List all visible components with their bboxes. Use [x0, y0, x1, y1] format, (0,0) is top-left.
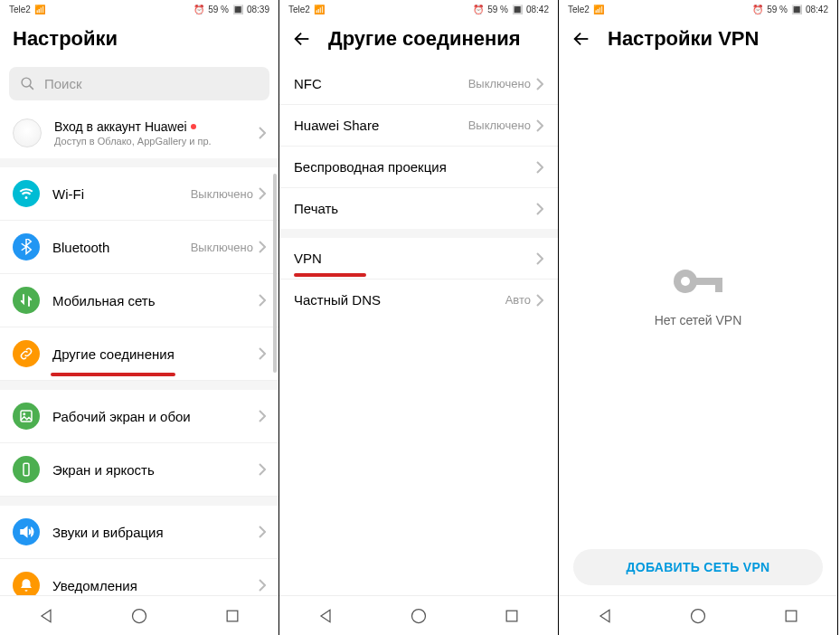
row-print[interactable]: Печать [279, 188, 558, 229]
svg-rect-2 [21, 411, 32, 422]
svg-marker-5 [42, 610, 51, 621]
carrier-label: Tele2 [568, 5, 590, 14]
navigation-bar [279, 595, 558, 635]
empty-message: Нет сетей VPN [655, 313, 742, 327]
bluetooth-icon [13, 233, 40, 261]
signal-icon: 📶 [314, 5, 325, 14]
svg-point-14 [681, 277, 690, 286]
vpn-key-icon [671, 262, 725, 300]
highlight-underline [51, 373, 175, 376]
sound-icon [13, 518, 40, 545]
row-huawei-share[interactable]: Huawei Share Выключено [279, 105, 558, 147]
header: Настройки [0, 18, 278, 63]
chevron-right-icon [259, 463, 266, 476]
home-nav-icon[interactable] [689, 607, 707, 625]
recent-nav-icon[interactable] [223, 607, 241, 625]
chevron-right-icon [259, 294, 266, 307]
clock-label: 08:39 [247, 5, 269, 14]
screen-other-connections: Tele2📶 ⏰59 %🔳08:42 Другие соединения NFC… [279, 0, 559, 635]
account-subtitle: Доступ в Облако, AppGallery и пр. [54, 136, 246, 147]
search-input[interactable]: Поиск [9, 67, 269, 100]
home-nav-icon[interactable] [410, 607, 428, 625]
screen-vpn-settings: Tele2📶 ⏰59 %🔳08:42 Настройки VPN Нет сет… [559, 0, 838, 635]
battery-label: 59 % [767, 5, 788, 14]
carrier-label: Tele2 [288, 5, 310, 14]
account-row[interactable]: Вход в аккаунт Huawei Доступ в Облако, A… [0, 109, 278, 158]
row-mobile[interactable]: Мобильная сеть [0, 274, 278, 327]
svg-point-3 [23, 412, 25, 415]
alarm-icon: ⏰ [473, 5, 484, 14]
back-arrow-icon[interactable] [292, 29, 312, 49]
back-arrow-icon[interactable] [571, 29, 591, 49]
row-wifi[interactable]: Wi-Fi Выключено [0, 167, 278, 221]
row-home-screen[interactable]: Рабочий экран и обои [0, 390, 278, 443]
wifi-icon [13, 180, 40, 207]
svg-rect-7 [227, 611, 238, 621]
scrollbar-thumb[interactable] [273, 174, 277, 373]
battery-label: 59 % [487, 5, 508, 14]
battery-icon: 🔳 [512, 5, 523, 14]
wallpaper-icon [13, 403, 40, 430]
back-nav-icon[interactable] [596, 607, 614, 625]
row-label: Huawei Share [294, 118, 468, 133]
alarm-icon: ⏰ [752, 5, 763, 14]
chevron-right-icon [536, 294, 543, 307]
navigation-bar [559, 595, 837, 635]
chevron-right-icon [259, 347, 266, 360]
svg-marker-17 [600, 610, 609, 621]
recent-nav-icon[interactable] [503, 607, 521, 625]
add-vpn-button[interactable]: ДОБАВИТЬ СЕТЬ VPN [573, 549, 823, 585]
chevron-right-icon [536, 252, 543, 265]
row-label: NFC [294, 76, 468, 91]
row-label: Экран и яркость [52, 462, 259, 478]
back-nav-icon[interactable] [37, 607, 55, 625]
status-bar: Tele2📶 ⏰59 %🔳08:42 [279, 0, 558, 18]
section-divider [279, 229, 558, 238]
status-bar: Tele2📶 ⏰59 %🔳08:39 [0, 0, 278, 18]
row-value: Выключено [191, 241, 253, 254]
row-label: Звуки и вибрация [52, 525, 259, 540]
row-display[interactable]: Экран и яркость [0, 443, 278, 497]
row-value: Выключено [468, 77, 531, 90]
link-icon [13, 340, 40, 367]
alarm-icon: ⏰ [193, 5, 204, 14]
account-title: Вход в аккаунт Huawei [54, 119, 246, 134]
clock-label: 08:42 [526, 5, 549, 14]
status-bar: Tele2📶 ⏰59 %🔳08:42 [559, 0, 837, 18]
row-bluetooth[interactable]: Bluetooth Выключено [0, 221, 278, 274]
svg-point-18 [691, 609, 704, 622]
svg-point-0 [22, 78, 31, 87]
row-label: VPN [294, 251, 536, 266]
row-label: Wi-Fi [52, 186, 191, 202]
section-divider [0, 497, 278, 506]
page-title: Другие соединения [328, 27, 521, 51]
svg-line-1 [30, 86, 33, 90]
row-nfc[interactable]: NFC Выключено [279, 63, 558, 105]
row-private-dns[interactable]: Частный DNS Авто [279, 280, 558, 320]
search-placeholder: Поиск [44, 76, 82, 91]
svg-rect-4 [24, 463, 29, 476]
recent-nav-icon[interactable] [782, 607, 800, 625]
chevron-right-icon [259, 526, 266, 538]
row-label: Уведомления [52, 578, 259, 593]
carrier-label: Tele2 [9, 5, 31, 14]
row-wireless-projection[interactable]: Беспроводная проекция [279, 147, 558, 188]
notification-dot-icon [191, 124, 196, 129]
back-nav-icon[interactable] [316, 607, 335, 625]
row-other-connections[interactable]: Другие соединения [0, 327, 278, 381]
section-divider [0, 158, 278, 167]
empty-state: Нет сетей VPN [559, 262, 837, 327]
svg-point-6 [132, 609, 146, 622]
header: Другие соединения [279, 18, 558, 63]
row-sound[interactable]: Звуки и вибрация [0, 506, 278, 559]
clock-label: 08:42 [806, 5, 828, 14]
home-nav-icon[interactable] [130, 607, 148, 625]
chevron-right-icon [259, 410, 266, 422]
svg-marker-9 [321, 610, 330, 621]
chevron-right-icon [259, 127, 266, 139]
chevron-right-icon [536, 203, 543, 215]
svg-point-10 [411, 609, 425, 622]
chevron-right-icon [536, 78, 543, 90]
row-vpn[interactable]: VPN [279, 238, 558, 280]
battery-label: 59 % [208, 5, 229, 14]
